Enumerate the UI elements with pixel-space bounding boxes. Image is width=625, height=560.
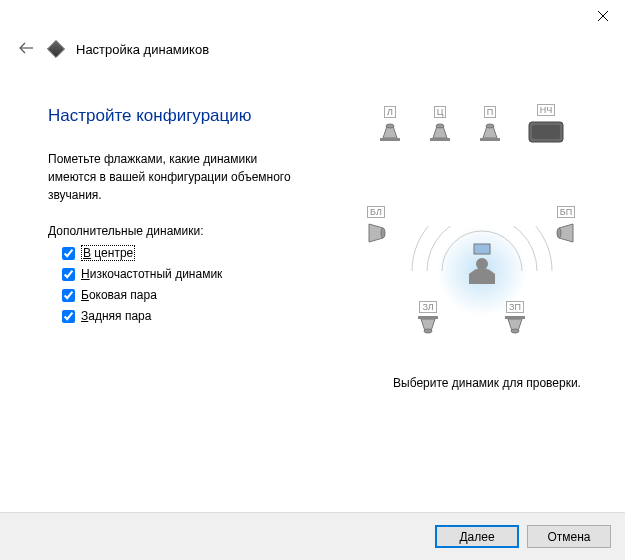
next-button-label: Далее [459,530,494,544]
option-label[interactable]: В центре [81,246,135,260]
svg-point-20 [557,228,561,238]
option-label[interactable]: Задняя пара [81,309,151,323]
speaker-label: БЛ [367,206,385,218]
svg-rect-26 [505,316,525,319]
speaker-rear-left[interactable]: ЗЛ [415,301,441,337]
speaker-icon [377,120,403,142]
svg-point-18 [381,228,385,238]
titlebar [0,0,625,32]
option-checkbox[interactable] [62,310,75,323]
svg-point-7 [386,124,394,128]
speaker-center[interactable]: Ц [427,106,453,142]
option-checkbox[interactable] [62,289,75,302]
speaker-icon [427,120,453,142]
cancel-button[interactable]: Отмена [527,525,611,548]
checkbox-list: В центреНизкочастотный динамикБоковая па… [48,246,357,323]
svg-rect-23 [418,316,438,319]
speaker-front-left[interactable]: Л [377,106,403,142]
speaker-label: Ц [434,106,447,118]
checkbox-row: Боковая пара [62,288,357,302]
option-checkbox[interactable] [62,247,75,260]
speaker-label: НЧ [537,104,556,116]
checkbox-row: Задняя пара [62,309,357,323]
svg-point-10 [436,124,444,128]
speaker-icon [477,120,503,142]
option-label[interactable]: Боковая пара [81,288,157,302]
cancel-button-label: Отмена [547,530,590,544]
close-icon [598,11,608,21]
section-label: Дополнительные динамики: [48,224,357,238]
back-arrow-icon [18,42,34,54]
checkbox-row: В центре [62,246,357,260]
option-checkbox[interactable] [62,268,75,281]
svg-rect-5 [474,244,490,254]
close-button[interactable] [580,1,625,31]
speaker-icon [502,315,528,337]
app-icon [48,41,64,57]
svg-point-13 [486,124,494,128]
back-button[interactable] [16,40,36,58]
speaker-icon [365,220,387,246]
footer: Далее Отмена [0,512,625,560]
wizard-title: Настройка динамиков [76,42,209,57]
speaker-icon [415,315,441,337]
option-label[interactable]: Низкочастотный динамик [81,267,222,281]
speaker-label: ЗП [506,301,524,313]
speaker-side-left[interactable]: БЛ [365,206,387,246]
instruction-text: Пометьте флажками, какие динамики имеютс… [48,150,308,204]
diagram-hint: Выберите динамик для проверки. [377,376,597,390]
checkbox-row: Низкочастотный динамик [62,267,357,281]
speaker-front-right[interactable]: П [477,106,503,142]
page-title: Настройте конфигурацию [48,106,357,126]
svg-rect-14 [480,138,500,141]
svg-point-22 [424,329,432,333]
speaker-label: Л [384,106,396,118]
header: Настройка динамиков [0,32,625,66]
next-button[interactable]: Далее [435,525,519,548]
listener-arcs [397,226,567,366]
speaker-rear-right[interactable]: ЗП [502,301,528,337]
svg-point-25 [511,329,519,333]
svg-rect-16 [532,125,560,139]
speaker-label: ЗЛ [419,301,436,313]
speaker-label: БП [557,206,575,218]
svg-rect-8 [380,138,400,141]
svg-rect-11 [430,138,450,141]
speaker-label: П [484,106,496,118]
speaker-subwoofer[interactable]: НЧ [527,104,565,144]
speaker-icon [555,220,577,246]
subwoofer-icon [527,118,565,144]
speaker-diagram: Л Ц П НЧ БЛ [377,106,587,356]
speaker-side-right[interactable]: БП [555,206,577,246]
